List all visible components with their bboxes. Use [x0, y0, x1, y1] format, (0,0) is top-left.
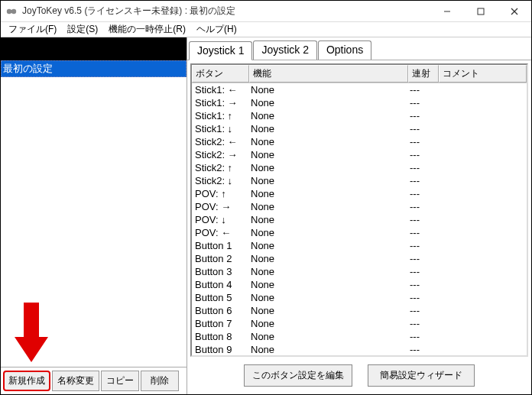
cell-function: None: [249, 344, 408, 355]
tab-joystick-2[interactable]: Joystick 2: [253, 40, 316, 60]
cell-button: POV: ↑: [192, 188, 249, 199]
cell-repeat: ---: [408, 240, 439, 251]
cell-button: Button 2: [192, 253, 249, 264]
menu-help[interactable]: ヘルプ(H): [192, 21, 242, 37]
cell-button: Stick2: ↓: [192, 175, 249, 186]
cell-repeat: ---: [408, 227, 439, 238]
cell-function: None: [249, 266, 408, 277]
table-row[interactable]: Stick1: ←None---: [192, 83, 527, 96]
maximize-button[interactable]: [464, 1, 498, 21]
cell-button: POV: ↓: [192, 214, 249, 225]
cell-function: None: [249, 318, 408, 329]
edit-mapping-button[interactable]: このボタン設定を編集: [244, 364, 352, 387]
cell-button: Button 1: [192, 240, 249, 251]
table-row[interactable]: Button 4None---: [192, 278, 527, 291]
profile-list[interactable]: 最初の設定: [1, 37, 187, 367]
cell-function: None: [249, 123, 408, 134]
right-panel: Joystick 1 Joystick 2 Options ボタン 機能 連射 …: [187, 37, 531, 394]
cell-repeat: ---: [408, 279, 439, 290]
rename-profile-button[interactable]: 名称変更: [52, 371, 99, 391]
cell-function: None: [249, 240, 408, 251]
left-button-bar: 新規作成 名称変更 コピー 削除: [1, 367, 187, 394]
table-row[interactable]: POV: ↑None---: [192, 187, 527, 200]
new-profile-button[interactable]: 新規作成: [3, 371, 50, 391]
table-row[interactable]: Stick2: ↑None---: [192, 161, 527, 174]
close-button[interactable]: [498, 1, 531, 21]
cell-function: None: [249, 97, 408, 108]
cell-button: Button 9: [192, 344, 249, 355]
cell-button: POV: ←: [192, 227, 249, 238]
cell-button: Stick1: →: [192, 97, 249, 108]
tab-bar: Joystick 1 Joystick 2 Options: [187, 37, 531, 60]
col-comment[interactable]: コメント: [439, 65, 527, 83]
col-function[interactable]: 機能: [249, 65, 408, 83]
table-row[interactable]: Stick1: →None---: [192, 96, 527, 109]
svg-rect-4: [478, 8, 484, 15]
cell-function: None: [249, 162, 408, 173]
col-button[interactable]: ボタン: [192, 65, 249, 83]
profile-item[interactable]: 最初の設定: [1, 60, 187, 77]
cell-button: Button 8: [192, 331, 249, 342]
table-row[interactable]: Button 2None---: [192, 252, 527, 265]
cell-button: Stick2: →: [192, 149, 249, 160]
cell-repeat: ---: [408, 110, 439, 121]
cell-function: None: [249, 331, 408, 342]
right-button-bar: このボタン設定を編集 簡易設定ウィザード: [187, 360, 531, 394]
cell-function: None: [249, 175, 408, 186]
cell-button: Button 5: [192, 292, 249, 303]
wizard-button[interactable]: 簡易設定ウィザード: [368, 364, 475, 387]
cell-repeat: ---: [408, 123, 439, 134]
cell-function: None: [249, 149, 408, 160]
cell-repeat: ---: [408, 201, 439, 212]
app-window: JoyToKey v6.5 (ライセンスキー未登録) : 最初の設定 ファイル(…: [0, 0, 532, 395]
cell-button: Button 4: [192, 279, 249, 290]
cell-repeat: ---: [408, 253, 439, 264]
minimize-button[interactable]: [430, 1, 464, 21]
cell-function: None: [249, 305, 408, 316]
cell-button: POV: →: [192, 201, 249, 212]
table-row[interactable]: Stick2: ↓None---: [192, 174, 527, 187]
menubar: ファイル(F) 設定(S) 機能の一時停止(R) ヘルプ(H): [1, 22, 531, 37]
tab-options[interactable]: Options: [318, 40, 371, 60]
cell-repeat: ---: [408, 97, 439, 108]
table-row[interactable]: Stick2: →None---: [192, 148, 527, 161]
cell-function: None: [249, 253, 408, 264]
delete-profile-button[interactable]: 削除: [141, 371, 179, 391]
cell-repeat: ---: [408, 188, 439, 199]
table-row[interactable]: Button 9None---: [192, 343, 527, 355]
table-row[interactable]: Button 6None---: [192, 304, 527, 317]
table-row[interactable]: POV: ←None---: [192, 226, 527, 239]
cell-repeat: ---: [408, 331, 439, 342]
col-repeat[interactable]: 連射: [408, 65, 439, 83]
window-title: JoyToKey v6.5 (ライセンスキー未登録) : 最初の設定: [22, 5, 430, 18]
menu-pause[interactable]: 機能の一時停止(R): [104, 21, 190, 37]
cell-button: Button 7: [192, 318, 249, 329]
table-row[interactable]: POV: →None---: [192, 200, 527, 213]
cell-function: None: [249, 214, 408, 225]
table-row[interactable]: Button 1None---: [192, 239, 527, 252]
table-row[interactable]: POV: ↓None---: [192, 213, 527, 226]
table-row[interactable]: Button 3None---: [192, 265, 527, 278]
cell-repeat: ---: [408, 318, 439, 329]
cell-button: Stick1: ←: [192, 84, 249, 96]
grid-body[interactable]: Stick1: ←None---Stick1: →None---Stick1: …: [192, 83, 527, 355]
cell-repeat: ---: [408, 266, 439, 277]
table-row[interactable]: Stick2: ←None---: [192, 135, 527, 148]
table-row[interactable]: Stick1: ↑None---: [192, 109, 527, 122]
cell-function: None: [249, 227, 408, 238]
titlebar: JoyToKey v6.5 (ライセンスキー未登録) : 最初の設定: [1, 1, 531, 22]
cell-repeat: ---: [408, 136, 439, 147]
table-row[interactable]: Button 5None---: [192, 291, 527, 304]
svg-rect-2: [9, 10, 14, 13]
menu-settings[interactable]: 設定(S): [63, 21, 102, 37]
table-row[interactable]: Button 8None---: [192, 330, 527, 343]
table-row[interactable]: Stick1: ↓None---: [192, 122, 527, 135]
tab-joystick-1[interactable]: Joystick 1: [189, 41, 252, 60]
copy-profile-button[interactable]: コピー: [101, 371, 139, 391]
cell-button: Stick2: ←: [192, 136, 249, 147]
table-row[interactable]: Button 7None---: [192, 317, 527, 330]
cell-repeat: ---: [408, 175, 439, 186]
profile-list-header: [1, 37, 187, 60]
cell-function: None: [249, 292, 408, 303]
menu-file[interactable]: ファイル(F): [4, 21, 61, 37]
